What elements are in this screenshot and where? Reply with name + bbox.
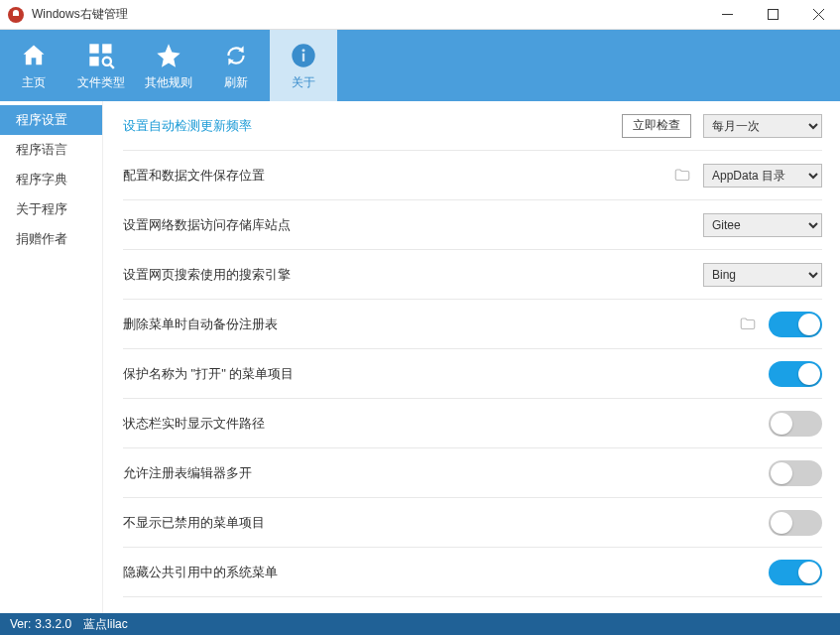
toggle-knob — [771, 512, 792, 534]
setting-label: 配置和数据文件保存位置 — [123, 167, 661, 185]
toolbar-rules-label: 其他规则 — [145, 74, 192, 91]
sidebar-item-donate[interactable]: 捐赠作者 — [0, 224, 102, 254]
setting-row-statusbar-path: 状态栏实时显示文件路径 — [123, 399, 822, 448]
toolbar-about-label: 关于 — [292, 74, 315, 91]
setting-label: 设置网页搜索使用的搜索引擎 — [123, 266, 691, 284]
window-controls — [713, 5, 832, 25]
setting-label: 状态栏实时显示文件路径 — [123, 415, 757, 433]
setting-label: 删除菜单时自动备份注册表 — [123, 316, 727, 333]
info-icon — [289, 41, 318, 70]
svg-line-8 — [110, 64, 114, 68]
repo-select[interactable]: Gitee — [703, 213, 822, 237]
update-freq-select[interactable]: 每月一次 — [703, 114, 822, 138]
hide-disabled-toggle[interactable] — [769, 510, 822, 536]
svg-rect-1 — [768, 10, 778, 20]
setting-label: 隐藏公共引用中的系统菜单 — [123, 564, 757, 581]
sidebar-item-dict[interactable]: 程序字典 — [0, 165, 102, 194]
toggle-knob — [798, 562, 820, 583]
backup-reg-toggle[interactable] — [769, 312, 822, 337]
hide-system-toggle[interactable] — [769, 560, 822, 585]
sidebar-item-label: 捐赠作者 — [16, 230, 67, 248]
check-now-button[interactable]: 立即检查 — [622, 114, 691, 138]
svg-rect-6 — [89, 57, 98, 65]
data-location-select[interactable]: AppData 目录 — [703, 164, 822, 188]
setting-row-regedit-multi: 允许注册表编辑器多开 — [123, 448, 822, 498]
maximize-button[interactable] — [759, 5, 786, 25]
titlebar: Windows右键管理 — [0, 0, 840, 30]
grid-search-icon — [86, 41, 116, 70]
sidebar: 程序设置 程序语言 程序字典 关于程序 捐赠作者 — [0, 101, 103, 613]
setting-row-backup-reg: 删除菜单时自动备份注册表 — [123, 300, 822, 349]
setting-row-hide-disabled: 不显示已禁用的菜单项目 — [123, 498, 822, 548]
setting-row-protect-open: 保护名称为 "打开" 的菜单项目 — [123, 349, 822, 399]
toggle-knob — [771, 462, 792, 484]
author-name: 蓝点lilac — [83, 616, 128, 633]
toggle-knob — [798, 363, 820, 385]
toolbar-home[interactable]: 主页 — [0, 30, 67, 101]
statusbar: Ver: 3.3.2.0 蓝点lilac — [0, 613, 840, 635]
toggle-knob — [798, 314, 820, 335]
toolbar-home-label: 主页 — [22, 74, 46, 91]
window-title: Windows右键管理 — [32, 6, 713, 23]
toolbar-rules[interactable]: 其他规则 — [135, 30, 202, 101]
setting-row-hide-system: 隐藏公共引用中的系统菜单 — [123, 548, 822, 597]
setting-label[interactable]: 设置自动检测更新频率 — [123, 117, 610, 135]
sidebar-item-label: 程序设置 — [16, 111, 67, 129]
toolbar-filetype[interactable]: 文件类型 — [67, 30, 135, 101]
statusbar-path-toggle[interactable] — [769, 411, 822, 437]
version-number: 3.3.2.0 — [35, 617, 71, 631]
sidebar-item-label: 程序字典 — [16, 171, 67, 189]
sidebar-item-settings[interactable]: 程序设置 — [0, 105, 102, 135]
toolbar: 主页 文件类型 其他规则 刷新 关于 — [0, 30, 840, 101]
setting-label: 允许注册表编辑器多开 — [123, 464, 757, 482]
minimize-button[interactable] — [713, 5, 741, 25]
refresh-icon — [221, 41, 251, 70]
svg-point-7 — [103, 57, 111, 64]
setting-row-data-location: 配置和数据文件保存位置 AppData 目录 — [123, 151, 822, 200]
sidebar-item-about[interactable]: 关于程序 — [0, 194, 102, 224]
sidebar-item-language[interactable]: 程序语言 — [0, 135, 102, 165]
setting-row-repo: 设置网络数据访问存储库站点 Gitee — [123, 200, 822, 250]
toolbar-about[interactable]: 关于 — [270, 30, 337, 101]
svg-rect-4 — [89, 44, 98, 53]
svg-rect-5 — [102, 44, 111, 53]
protect-open-toggle[interactable] — [769, 361, 822, 387]
app-icon — [8, 7, 24, 23]
close-button[interactable] — [804, 5, 832, 25]
setting-row-search-engine: 设置网页搜索使用的搜索引擎 Bing — [123, 250, 822, 300]
toolbar-refresh-label: 刷新 — [224, 74, 248, 91]
main-area: 程序设置 程序语言 程序字典 关于程序 捐赠作者 设置自动检测更新频率 立即检查… — [0, 101, 840, 613]
svg-point-11 — [301, 49, 304, 52]
regedit-multi-toggle[interactable] — [769, 460, 822, 486]
sidebar-item-label: 程序语言 — [16, 141, 67, 159]
setting-label: 不显示已禁用的菜单项目 — [123, 514, 757, 532]
setting-label: 保护名称为 "打开" 的菜单项目 — [123, 365, 757, 383]
toolbar-refresh[interactable]: 刷新 — [202, 30, 270, 101]
version-prefix: Ver: — [10, 617, 31, 631]
svg-rect-10 — [302, 53, 304, 61]
toggle-knob — [771, 413, 792, 435]
setting-row-update-freq: 设置自动检测更新频率 立即检查 每月一次 — [123, 101, 822, 151]
star-icon — [154, 41, 183, 70]
home-icon — [19, 41, 49, 70]
toolbar-filetype-label: 文件类型 — [77, 74, 125, 91]
folder-icon[interactable] — [673, 167, 691, 185]
sidebar-item-label: 关于程序 — [16, 200, 67, 218]
folder-icon[interactable] — [739, 316, 757, 333]
setting-label: 设置网络数据访问存储库站点 — [123, 216, 691, 234]
search-engine-select[interactable]: Bing — [703, 263, 822, 287]
settings-panel: 设置自动检测更新频率 立即检查 每月一次 配置和数据文件保存位置 AppData… — [103, 101, 840, 613]
